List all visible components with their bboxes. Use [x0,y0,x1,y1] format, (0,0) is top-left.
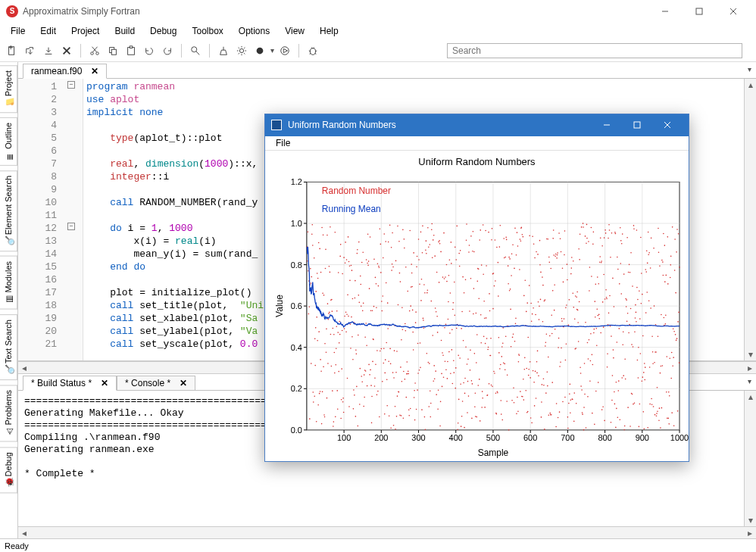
svg-point-737 [549,335,551,336]
scroll-up-icon[interactable]: ▴ [745,391,756,403]
menu-debug[interactable]: Debug [142,24,184,38]
svg-line-13 [92,46,97,51]
plot-minimize-button[interactable] [592,114,622,136]
svg-point-449 [442,352,443,354]
tab-overflow-icon[interactable]: ▾ [748,65,751,73]
tab-build-status[interactable]: * Build Status * ✕ [23,376,117,391]
cut-icon[interactable] [87,43,102,58]
svg-point-20 [239,48,243,52]
plot-title-bar[interactable]: Uniform Random Numbers [265,114,689,136]
menu-project[interactable]: Project [64,24,107,38]
tab-console[interactable]: * Console * ✕ [117,376,195,391]
svg-point-178 [341,399,342,401]
plot-window[interactable]: Uniform Random Numbers File Value Unifor… [264,114,689,462]
svg-text:500: 500 [486,433,500,442]
svg-point-1069 [673,357,674,358]
console-horizontal-scrollbar[interactable]: ◂ ▸ [18,526,756,538]
side-tab-element-search[interactable]: 🔍Element Search [0,170,17,251]
chart-ylabel: Value [274,295,285,317]
menu-view[interactable]: View [277,24,312,38]
svg-point-315 [392,232,393,233]
editor-vertical-scrollbar[interactable]: ▴ ▾ [744,79,756,360]
svg-point-572 [488,347,489,348]
svg-point-879 [602,301,604,303]
fold-icon[interactable]: − [67,81,75,89]
svg-point-248 [367,262,368,264]
scroll-right-icon[interactable]: ▸ [744,363,756,373]
tab-close-icon[interactable]: ✕ [101,378,108,388]
save-icon[interactable] [41,43,56,58]
svg-point-477 [452,308,454,310]
svg-point-590 [495,239,496,241]
svg-point-515 [467,363,468,365]
menu-help[interactable]: Help [312,24,346,38]
build-settings-icon[interactable] [234,43,249,58]
tab-overflow-icon[interactable]: ▾ [748,377,751,385]
run-icon[interactable] [277,43,292,58]
scroll-right-icon[interactable]: ▸ [744,528,756,538]
menu-build[interactable]: Build [107,24,142,38]
minimize-button[interactable] [648,1,682,22]
side-tab-modules[interactable]: ▤Modules [0,256,17,310]
plot-menu-file[interactable]: File [270,136,296,150]
copy-icon[interactable] [105,43,120,58]
side-tab-problems[interactable]: ⚠Problems [0,385,17,441]
svg-point-422 [432,257,433,258]
side-tab-debug[interactable]: 🐞Debug [0,447,17,493]
side-tab-text-search[interactable]: 🔍Text Search [0,314,17,380]
svg-point-866 [597,315,598,317]
plot-maximize-button[interactable] [622,114,652,136]
console-vertical-scrollbar[interactable]: ▴ ▾ [744,391,756,526]
plot-close-button[interactable] [652,114,683,136]
tab-close-icon[interactable]: ✕ [180,378,187,388]
find-icon[interactable] [188,43,203,58]
menu-edit[interactable]: Edit [33,24,64,38]
tab-close-icon[interactable]: ✕ [91,66,98,76]
svg-point-518 [467,358,469,360]
svg-point-1019 [654,414,656,416]
side-tab-project[interactable]: 📁Project [0,65,17,113]
scroll-down-icon[interactable]: ▾ [745,514,756,526]
build-icon[interactable] [252,43,267,58]
svg-point-752 [555,255,556,257]
svg-point-686 [530,417,532,419]
svg-point-186 [344,328,345,329]
svg-point-1081 [677,321,679,323]
menu-file[interactable]: File [3,24,33,38]
svg-point-1017 [654,305,655,307]
maximize-button[interactable] [682,1,716,22]
scroll-left-icon[interactable]: ◂ [18,528,30,538]
build-dropdown-icon[interactable]: ▾ [270,46,274,55]
svg-point-223 [358,334,359,335]
svg-point-623 [507,374,508,376]
menu-options[interactable]: Options [231,24,277,38]
close-button[interactable] [716,1,750,22]
paste-icon[interactable] [123,43,139,58]
menu-toolbox[interactable]: Toolbox [184,24,230,38]
new-file-icon[interactable] [5,43,20,58]
svg-point-1052 [667,417,668,419]
svg-point-228 [359,368,361,370]
side-tab-outline[interactable]: ≣Outline [0,117,17,166]
svg-point-723 [544,429,545,430]
undo-icon[interactable] [142,43,157,58]
delete-icon[interactable] [59,43,74,58]
redo-icon[interactable] [160,43,175,58]
svg-point-766 [560,361,561,363]
search-input[interactable] [447,43,742,58]
svg-point-890 [606,298,608,299]
svg-point-656 [519,269,520,270]
scroll-up-icon[interactable]: ▴ [745,79,756,91]
svg-point-953 [629,426,631,427]
open-icon[interactable] [23,43,38,58]
clean-icon[interactable] [216,43,231,58]
debug-icon[interactable] [305,43,320,58]
svg-point-610 [501,419,503,420]
editor-tab-ranmean[interactable]: ranmean.f90 ✕ [23,64,107,79]
scroll-left-icon[interactable]: ◂ [18,363,30,373]
svg-point-438 [438,389,439,391]
svg-point-163 [335,364,336,366]
scroll-down-icon[interactable]: ▾ [745,348,756,360]
svg-point-273 [376,394,378,395]
fold-icon[interactable]: − [67,223,75,230]
